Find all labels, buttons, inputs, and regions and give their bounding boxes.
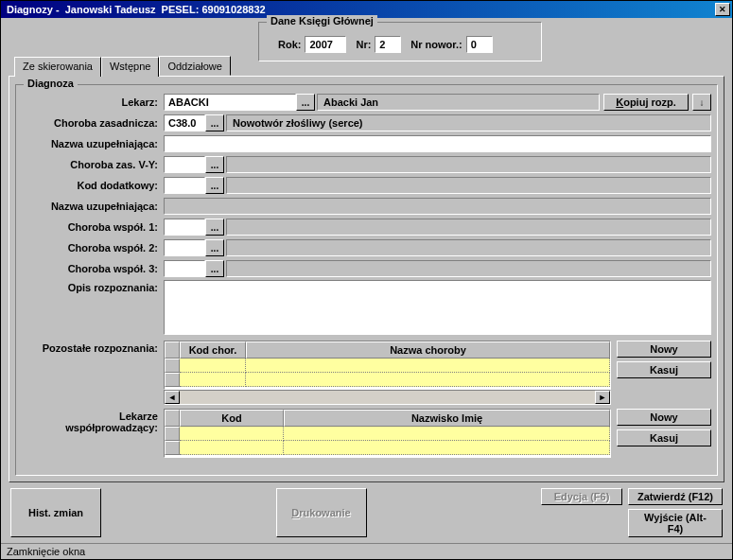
diagnoza-legend: Diagnoza xyxy=(24,78,78,89)
wspol2-lookup-button[interactable]: ... xyxy=(205,239,224,256)
tab-oddzialowe[interactable]: Oddziałowe xyxy=(159,56,230,76)
koddod-desc-display xyxy=(226,177,711,194)
zasad-code-input[interactable]: C38.0 xyxy=(164,114,205,131)
lekarze-nowy-button[interactable]: Nowy xyxy=(617,409,711,426)
lekarze-kasuj-button[interactable]: Kasuj xyxy=(617,429,711,446)
koddod-lookup-button[interactable]: ... xyxy=(205,177,224,194)
lekarze-label: Lekarzewspółprowadzący: xyxy=(22,409,164,433)
arrow-down-button[interactable]: ↓ xyxy=(692,94,711,111)
wspol3-label: Choroba współ. 3: xyxy=(22,263,164,274)
hist-zmian-button[interactable]: Hist. zmian xyxy=(10,488,101,537)
wspol2-code-input[interactable] xyxy=(164,239,205,256)
tab-panel: Diagnoza Lekarz: ABACKI ... Abacki Jan K… xyxy=(9,76,724,482)
nowor-label: Nr nowor.: xyxy=(410,39,462,50)
opis-textarea[interactable] xyxy=(164,280,711,335)
lekarze-grid[interactable]: Kod Nazwisko Imię xyxy=(164,409,611,458)
wspol1-lookup-button[interactable]: ... xyxy=(205,219,224,236)
lekarz-name-display: Abacki Jan xyxy=(317,94,600,111)
nazwa2-label: Nazwa uzupełniająca: xyxy=(22,201,164,212)
nr-field[interactable]: 2 xyxy=(375,36,401,53)
diagnoza-group: Diagnoza Lekarz: ABACKI ... Abacki Jan K… xyxy=(15,84,718,476)
nowor-field[interactable]: 0 xyxy=(466,36,493,53)
dane-ksiegi-group: Dane Księgi Głównej Rok: 2007 Nr: 2 Nr n… xyxy=(258,22,542,61)
wspol1-desc-display xyxy=(226,219,711,236)
pozostale-nowy-button[interactable]: Nowy xyxy=(617,341,711,358)
nazwa1-label: Nazwa uzupełniająca: xyxy=(22,138,164,149)
zatwierdz-button[interactable]: Zatwierdź (F12) xyxy=(628,488,723,505)
scroll-right-icon[interactable]: ► xyxy=(595,391,610,404)
wyjscie-button[interactable]: Wyjście (Alt-F4) xyxy=(628,509,723,537)
drukowanie-button[interactable]: Drukowanie xyxy=(276,488,367,537)
edycja-button[interactable]: Edycja (F6) xyxy=(541,488,622,505)
rok-field[interactable]: 2007 xyxy=(305,36,346,53)
wspol1-code-input[interactable] xyxy=(164,219,205,236)
lekarz-code-input[interactable]: ABACKI xyxy=(164,94,296,111)
pozostale-label: Pozostałe rozpoznania: xyxy=(22,341,164,354)
wspol2-label: Choroba współ. 2: xyxy=(22,242,164,254)
vy-label: Choroba zas. V-Y: xyxy=(22,159,164,170)
rok-label: Rok: xyxy=(278,39,301,50)
client-area: Dane Księgi Głównej Rok: 2007 Nr: 2 Nr n… xyxy=(1,18,732,543)
zasad-lookup-button[interactable]: ... xyxy=(205,114,224,131)
pozostale-kasuj-button[interactable]: Kasuj xyxy=(617,361,711,378)
close-icon[interactable]: ✕ xyxy=(715,3,730,16)
wspol2-desc-display xyxy=(226,239,711,256)
nazwa1-input[interactable] xyxy=(164,135,711,152)
tab-wstepne[interactable]: Wstępne xyxy=(101,57,159,77)
grid1-col-nazwa: Nazwa choroby xyxy=(246,341,610,359)
lekarz-lookup-button[interactable]: ... xyxy=(296,94,315,111)
wspol3-desc-display xyxy=(226,260,711,277)
window-title: Diagnozy - Janowski Tadeusz PESEL: 69091… xyxy=(7,4,266,15)
dane-legend: Dane Księgi Głównej xyxy=(267,15,377,26)
pozostale-grid[interactable]: Kod chor. Nazwa choroby xyxy=(164,341,611,390)
grid2-col-kod: Kod xyxy=(180,410,284,427)
vy-desc-display xyxy=(226,156,711,173)
window: Diagnozy - Janowski Tadeusz PESEL: 69091… xyxy=(0,0,733,560)
nr-label: Nr: xyxy=(356,39,371,50)
wspol1-label: Choroba współ. 1: xyxy=(22,221,164,233)
tab-ze-skierowania[interactable]: Ze skierowania xyxy=(14,57,101,77)
grid1-col-kod: Kod chor. xyxy=(180,341,246,359)
koddod-input[interactable] xyxy=(164,177,205,194)
zasad-desc-display: Nowotwór złośliwy (serce) xyxy=(226,114,711,131)
vy-code-input[interactable] xyxy=(164,156,205,173)
lekarz-label: Lekarz: xyxy=(22,96,164,108)
koddod-label: Kod dodatkowy: xyxy=(22,180,164,191)
kopiuj-rozp-button[interactable]: Kopiuj rozp. xyxy=(603,94,689,111)
wspol3-code-input[interactable] xyxy=(164,260,205,277)
statusbar: Zamknięcie okna xyxy=(1,543,732,559)
wspol3-lookup-button[interactable]: ... xyxy=(205,260,224,277)
opis-label: Opis rozpoznania: xyxy=(22,280,164,293)
vy-lookup-button[interactable]: ... xyxy=(205,156,224,173)
footer-buttons: Hist. zmian Drukowanie Edycja (F6) Zatwi… xyxy=(9,482,724,539)
zasad-label: Choroba zasadnicza: xyxy=(22,117,164,129)
grid2-col-nazwisko: Nazwisko Imię xyxy=(284,410,610,427)
scroll-left-icon[interactable]: ◄ xyxy=(165,391,180,404)
nazwa2-input[interactable] xyxy=(164,198,711,215)
pozostale-scrollbar[interactable]: ◄ ► xyxy=(164,390,611,405)
